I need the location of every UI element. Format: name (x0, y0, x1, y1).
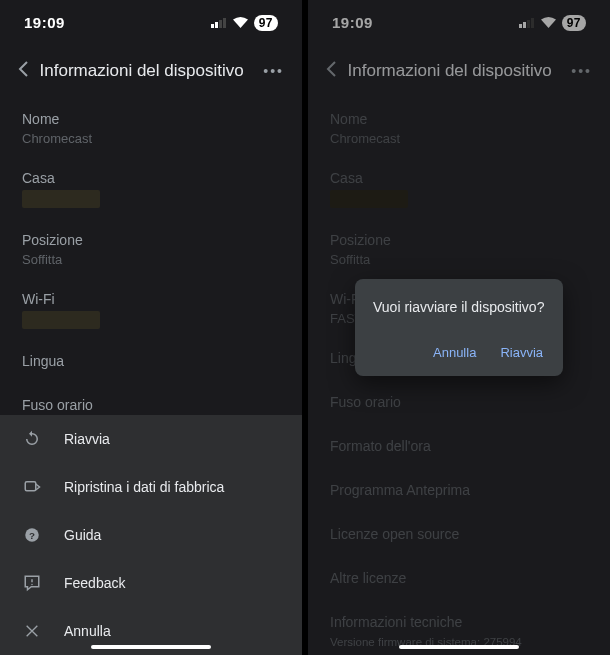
battery-indicator: 97 (254, 15, 278, 31)
sheet-cancel-label: Annulla (64, 623, 111, 639)
sheet-help-label: Guida (64, 527, 101, 543)
language-label: Lingua (22, 353, 280, 369)
sheet-restart-label: Riavvia (64, 431, 110, 447)
row-home[interactable]: Casa (0, 158, 302, 220)
screen-right: 19:09 97 Informazioni del dispositivo ••… (308, 0, 610, 655)
dialog-overlay: Vuoi riavviare il dispositivo? Annulla R… (308, 0, 610, 655)
help-icon: ? (22, 525, 42, 545)
svg-rect-3 (223, 18, 226, 28)
action-sheet: Riavvia Ripristina i dati di fabbrica ? … (0, 415, 302, 655)
wifi-label: Wi-Fi (22, 291, 280, 307)
sheet-factory-label: Ripristina i dati di fabbrica (64, 479, 224, 495)
row-language[interactable]: Lingua (0, 341, 302, 385)
feedback-icon (22, 573, 42, 593)
status-time: 19:09 (24, 14, 65, 31)
home-value-redacted (22, 190, 100, 208)
wifi-icon (233, 14, 248, 31)
signal-icon (211, 18, 227, 28)
close-icon (22, 621, 42, 641)
sheet-help[interactable]: ? Guida (0, 511, 302, 559)
dialog-cancel-button[interactable]: Annulla (431, 339, 478, 366)
name-value: Chromecast (22, 131, 280, 146)
dialog-title: Vuoi riavviare il dispositivo? (373, 299, 545, 315)
screen-left: 19:09 97 Informazioni del dispositivo ••… (0, 0, 302, 655)
svg-point-8 (31, 584, 33, 586)
home-label: Casa (22, 170, 280, 186)
home-indicator[interactable] (91, 645, 211, 649)
row-name[interactable]: Nome Chromecast (0, 99, 302, 158)
svg-text:?: ? (29, 530, 35, 541)
dialog-confirm-button[interactable]: Riavvia (498, 339, 545, 366)
restart-dialog: Vuoi riavviare il dispositivo? Annulla R… (355, 279, 563, 376)
svg-rect-0 (211, 24, 214, 28)
dialog-actions: Annulla Riavvia (373, 339, 545, 366)
sheet-restart[interactable]: Riavvia (0, 415, 302, 463)
sheet-feedback-label: Feedback (64, 575, 125, 591)
back-icon[interactable] (18, 61, 32, 81)
position-value: Soffitta (22, 252, 280, 267)
position-label: Posizione (22, 232, 280, 248)
name-label: Nome (22, 111, 280, 127)
row-timezone[interactable]: Fuso orario (0, 385, 302, 415)
restart-icon (22, 429, 42, 449)
svg-rect-4 (25, 482, 36, 491)
status-bar: 19:09 97 (0, 0, 302, 37)
row-position[interactable]: Posizione Soffitta (0, 220, 302, 279)
sheet-factory-reset[interactable]: Ripristina i dati di fabbrica (0, 463, 302, 511)
app-header: Informazioni del dispositivo ••• (0, 37, 302, 99)
svg-rect-2 (219, 20, 222, 28)
wifi-value-redacted (22, 311, 100, 329)
svg-rect-1 (215, 22, 218, 28)
row-wifi[interactable]: Wi-Fi (0, 279, 302, 341)
more-icon[interactable]: ••• (263, 63, 284, 79)
page-title: Informazioni del dispositivo (34, 61, 249, 81)
sheet-feedback[interactable]: Feedback (0, 559, 302, 607)
timezone-label: Fuso orario (22, 397, 280, 413)
factory-reset-icon (22, 477, 42, 497)
status-right: 97 (211, 14, 278, 31)
content-left: Nome Chromecast Casa Posizione Soffitta … (0, 99, 302, 415)
